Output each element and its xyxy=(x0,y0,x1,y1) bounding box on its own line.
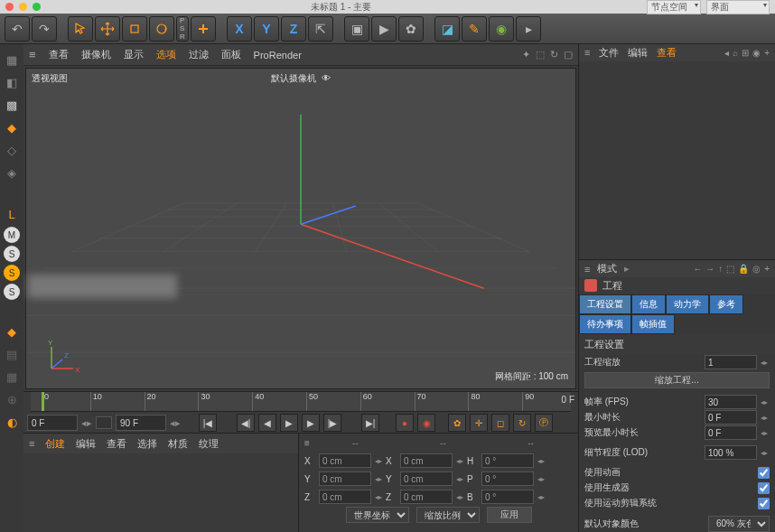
cube-primitive-button[interactable]: ◪ xyxy=(434,16,460,42)
pos-z-input[interactable] xyxy=(319,490,371,504)
attr-back-icon[interactable]: ← xyxy=(693,264,702,274)
scale-tool[interactable] xyxy=(122,16,147,42)
obj-view-menu[interactable]: 查看 xyxy=(657,46,677,60)
goto-end-button[interactable]: ▶| xyxy=(361,414,379,432)
mat-view-tab[interactable]: 查看 xyxy=(107,437,126,451)
object-mode-icon[interactable]: ◧ xyxy=(2,72,22,92)
key-scale-button[interactable]: ◻ xyxy=(491,414,509,432)
undo-button[interactable]: ↶ xyxy=(5,16,30,42)
size-z-input[interactable] xyxy=(400,490,453,504)
s2-circle-icon[interactable]: S xyxy=(4,284,20,300)
axis-l-icon[interactable]: L xyxy=(2,204,22,224)
s-circle-icon[interactable]: S xyxy=(4,246,20,262)
close-window-button[interactable] xyxy=(5,3,14,11)
prev-key-button[interactable]: ◀| xyxy=(237,414,255,432)
select-tool[interactable] xyxy=(68,16,93,42)
prev-frame-button[interactable]: ◀ xyxy=(258,414,276,432)
obj-filter-icon[interactable]: ⊞ xyxy=(742,48,749,58)
rot-h-input[interactable] xyxy=(481,453,534,468)
display-menu[interactable]: 显示 xyxy=(124,48,144,61)
prorender-menu[interactable]: ProRender xyxy=(254,50,302,61)
psr-toggle[interactable]: PSR xyxy=(176,16,189,42)
playhead[interactable] xyxy=(42,392,44,411)
apply-button[interactable]: 应用 xyxy=(487,507,532,523)
x-axis-toggle[interactable]: X xyxy=(227,16,252,42)
obj-add-icon[interactable]: + xyxy=(764,48,770,58)
interface-dropdown[interactable]: 界面 xyxy=(706,0,770,14)
options-menu[interactable]: 选项 xyxy=(156,48,176,61)
key-param-button[interactable]: Ⓟ xyxy=(535,414,553,432)
object-manager-panel[interactable] xyxy=(579,61,775,261)
perspective-viewport[interactable]: 透视视图 默认摄像机 👁 xyxy=(25,68,576,389)
floor-icon[interactable]: ▤ xyxy=(2,344,22,364)
mode-label[interactable]: 模式 xyxy=(597,262,617,275)
project-scale-input[interactable] xyxy=(705,355,757,369)
rot-p-input[interactable] xyxy=(481,471,534,486)
spline-button[interactable]: ✎ xyxy=(462,16,487,42)
view-menu[interactable]: 查看 xyxy=(49,48,69,61)
mat-edit-tab[interactable]: 编辑 xyxy=(76,437,96,451)
fps-input[interactable] xyxy=(705,395,757,409)
attr-lock-icon[interactable]: ⬚ xyxy=(726,264,734,274)
camera-menu[interactable]: 摄像机 xyxy=(81,48,111,61)
maximize-window-button[interactable] xyxy=(33,3,41,11)
rotate-tool[interactable] xyxy=(149,16,174,42)
pos-x-input[interactable] xyxy=(319,453,371,468)
preview-min-input[interactable] xyxy=(705,425,757,440)
z-axis-toggle[interactable]: Z xyxy=(281,16,306,42)
obj-burger-icon[interactable]: ≡ xyxy=(584,47,590,58)
mat-burger-icon[interactable]: ≡ xyxy=(29,438,34,449)
autokey-button[interactable]: ◉ xyxy=(417,414,435,432)
attr-new-icon[interactable]: + xyxy=(764,264,770,274)
polygon-mode-icon[interactable]: ◈ xyxy=(2,163,22,182)
coord-system-button[interactable]: ⇱ xyxy=(308,16,333,42)
use-gen-checkbox[interactable] xyxy=(758,482,770,494)
tab-project-settings[interactable]: 工程设置 xyxy=(579,294,631,314)
obj-nav-prev-icon[interactable]: ◂ xyxy=(724,48,729,58)
key-settings-button[interactable]: ✿ xyxy=(448,414,466,432)
tab-todo[interactable]: 待办事项 xyxy=(579,314,631,334)
pos-y-input[interactable] xyxy=(319,471,371,486)
coord-burger-icon[interactable]: ≡ xyxy=(304,438,310,448)
grid-icon[interactable]: ▦ xyxy=(2,367,22,387)
goto-start-button[interactable]: |◀ xyxy=(199,414,217,432)
m-circle-icon[interactable]: M xyxy=(4,227,20,243)
size-y-input[interactable] xyxy=(400,471,453,486)
tab-interpolation[interactable]: 帧插值 xyxy=(631,314,675,334)
mat-create-tab[interactable]: 创建 xyxy=(45,437,65,451)
record-button[interactable]: ● xyxy=(396,414,414,432)
obj-eye-icon[interactable]: ◉ xyxy=(752,48,761,58)
scale-mode-select[interactable]: 缩放比例 xyxy=(416,507,480,523)
tab-reference[interactable]: 参考 xyxy=(709,294,743,314)
more-tools-button[interactable]: ▸ xyxy=(516,16,541,42)
orange-diamond-icon[interactable]: ◆ xyxy=(2,322,22,341)
model-mode-icon[interactable]: ▦ xyxy=(2,50,22,70)
obj-file-menu[interactable]: 文件 xyxy=(599,46,619,60)
min-duration-input[interactable] xyxy=(705,410,757,425)
end-frame-input[interactable] xyxy=(116,415,166,431)
obj-edit-menu[interactable]: 编辑 xyxy=(628,46,648,60)
obj-search-icon[interactable]: ⌕ xyxy=(733,48,738,58)
key-move-button[interactable]: ✛ xyxy=(470,414,488,432)
attr-fwd-icon[interactable]: → xyxy=(705,264,714,274)
attr-target-icon[interactable]: ◎ xyxy=(752,264,761,274)
render-view-button[interactable]: ▣ xyxy=(344,16,369,42)
tab-dynamics[interactable]: 动力学 xyxy=(666,294,709,314)
generator-button[interactable]: ◉ xyxy=(489,16,514,42)
move-tool[interactable] xyxy=(95,16,120,42)
redo-button[interactable]: ↷ xyxy=(32,16,57,42)
workplane-icon[interactable]: ◐ xyxy=(2,412,22,432)
minimize-window-button[interactable] xyxy=(19,3,27,11)
coord-space-select[interactable]: 世界坐标 xyxy=(346,507,409,523)
next-frame-button[interactable]: ▶ xyxy=(302,414,320,432)
next-key-button[interactable]: |▶ xyxy=(323,414,341,432)
y-axis-toggle[interactable]: Y xyxy=(254,16,279,42)
key-rotate-button[interactable]: ↻ xyxy=(513,414,531,432)
attr-lock2-icon[interactable]: 🔒 xyxy=(738,264,749,274)
size-x-input[interactable] xyxy=(400,453,453,468)
rot-b-input[interactable] xyxy=(481,490,534,504)
point-mode-icon[interactable]: ◆ xyxy=(2,117,22,137)
mat-texture-tab[interactable]: 纹理 xyxy=(199,437,219,451)
viewport-menu-icon[interactable]: ≡ xyxy=(29,48,36,61)
scale-project-button[interactable]: 缩放工程... xyxy=(584,372,770,388)
